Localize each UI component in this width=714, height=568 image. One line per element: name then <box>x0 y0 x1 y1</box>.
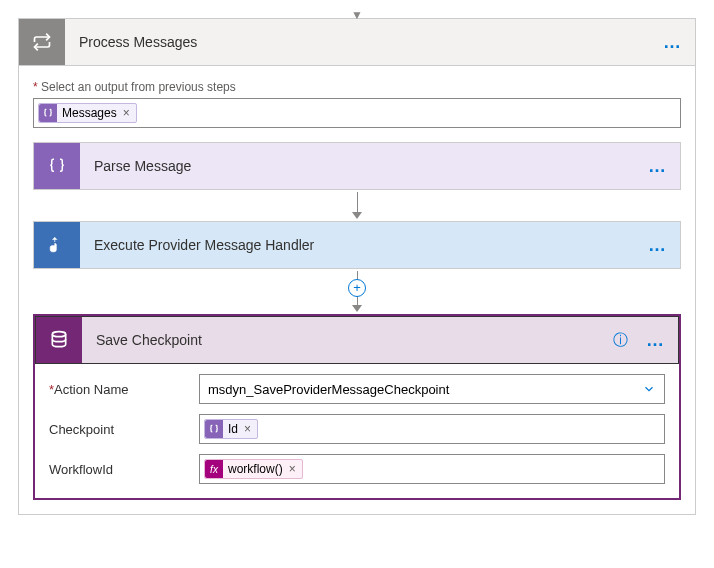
save-checkpoint-step: Save Checkpoint ⓘ … *Action Name msdyn_S… <box>33 314 681 500</box>
process-messages-title: Process Messages <box>65 34 651 50</box>
chevron-down-icon <box>642 382 656 396</box>
fx-icon: fx <box>205 460 223 478</box>
action-name-label: *Action Name <box>49 382 199 397</box>
braces-icon <box>39 104 57 122</box>
click-icon <box>34 222 80 268</box>
process-messages-body: * Select an output from previous steps M… <box>18 66 696 515</box>
save-checkpoint-header[interactable]: Save Checkpoint ⓘ … <box>35 316 679 364</box>
loop-icon <box>19 19 65 65</box>
action-name-value: msdyn_SaveProviderMessageCheckpoint <box>208 382 449 397</box>
token-messages-label: Messages <box>62 106 117 120</box>
execute-handler-title: Execute Provider Message Handler <box>80 237 636 253</box>
braces-icon <box>205 420 223 438</box>
execute-handler-step[interactable]: Execute Provider Message Handler … <box>33 221 681 269</box>
token-workflow-label: workflow() <box>228 462 283 476</box>
workflowid-input[interactable]: fx workflow() × <box>199 454 665 484</box>
checkpoint-input[interactable]: Id × <box>199 414 665 444</box>
action-name-select[interactable]: msdyn_SaveProviderMessageCheckpoint <box>199 374 665 404</box>
process-messages-step-header[interactable]: Process Messages … <box>18 18 696 66</box>
token-messages-remove[interactable]: × <box>117 106 130 120</box>
save-checkpoint-more-button[interactable]: … <box>634 330 678 351</box>
workflowid-label: WorkflowId <box>49 462 199 477</box>
save-checkpoint-title: Save Checkpoint <box>82 332 613 348</box>
output-select-input[interactable]: Messages × <box>33 98 681 128</box>
execute-handler-more-button[interactable]: … <box>636 235 680 256</box>
output-select-label: * Select an output from previous steps <box>33 80 681 94</box>
save-checkpoint-body: *Action Name msdyn_SaveProviderMessageCh… <box>35 364 679 498</box>
connector-arrow <box>33 190 681 221</box>
add-step-button[interactable]: + <box>348 279 366 297</box>
parse-message-title: Parse Message <box>80 158 636 174</box>
token-messages[interactable]: Messages × <box>38 103 137 123</box>
connector-arrow-plus: + <box>33 269 681 314</box>
token-id[interactable]: Id × <box>204 419 258 439</box>
process-messages-more-button[interactable]: … <box>651 32 695 53</box>
token-id-label: Id <box>228 422 238 436</box>
token-id-remove[interactable]: × <box>238 422 251 436</box>
checkpoint-label: Checkpoint <box>49 422 199 437</box>
svg-point-0 <box>52 332 65 337</box>
token-workflow[interactable]: fx workflow() × <box>204 459 303 479</box>
help-icon[interactable]: ⓘ <box>613 331 634 350</box>
parse-message-step[interactable]: Parse Message … <box>33 142 681 190</box>
data-op-icon <box>34 143 80 189</box>
token-workflow-remove[interactable]: × <box>283 462 296 476</box>
database-icon <box>36 317 82 363</box>
parse-message-more-button[interactable]: … <box>636 156 680 177</box>
